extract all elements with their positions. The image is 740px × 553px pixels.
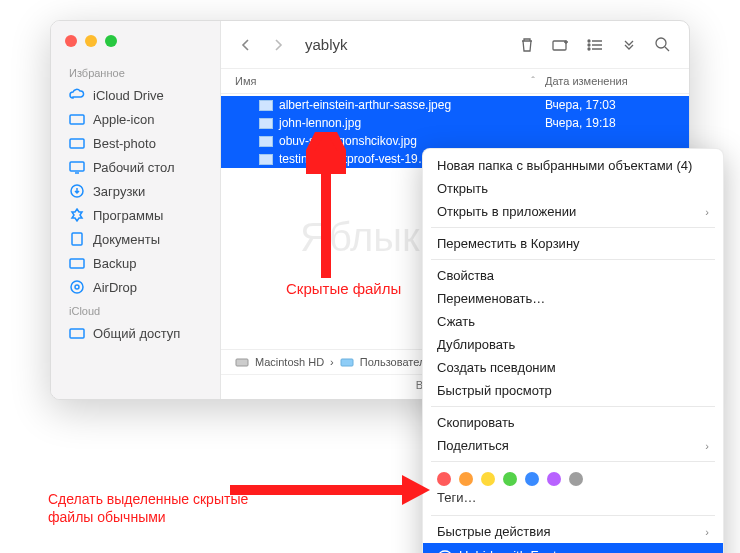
svg-rect-5	[70, 259, 84, 268]
sidebar-item-airdrop[interactable]: AirDrop	[51, 275, 220, 299]
tag-red[interactable]	[437, 472, 451, 486]
view-options-icon[interactable]	[583, 31, 607, 59]
svg-rect-14	[236, 359, 248, 366]
chevron-right-icon: ›	[705, 440, 709, 452]
image-file-icon	[259, 118, 273, 129]
sidebar-item-best-photo[interactable]: Best-photo	[51, 131, 220, 155]
svg-rect-4	[72, 233, 82, 245]
sidebar-item-applications[interactable]: Программы	[51, 203, 220, 227]
maximize-button[interactable]	[105, 35, 117, 47]
sidebar-section-icloud: iCloud	[51, 299, 220, 321]
document-icon	[69, 231, 85, 247]
svg-point-7	[75, 285, 79, 289]
menu-tags-colors	[423, 466, 723, 488]
folder-icon	[69, 111, 85, 127]
chevron-right-icon: ›	[705, 526, 709, 538]
annotation-arrow-right	[230, 475, 430, 505]
tag-green[interactable]	[503, 472, 517, 486]
tag-orange[interactable]	[459, 472, 473, 486]
sidebar-item-icloud-drive[interactable]: iCloud Drive	[51, 83, 220, 107]
svg-rect-0	[70, 115, 84, 124]
menu-separator	[431, 406, 715, 407]
menu-new-folder[interactable]: Новая папка с выбранными объектами (4)	[423, 154, 723, 177]
svg-rect-1	[70, 139, 84, 148]
eye-icon	[437, 547, 453, 553]
close-button[interactable]	[65, 35, 77, 47]
chevron-right-icon: ›	[705, 206, 709, 218]
menu-make-alias[interactable]: Создать псевдоним	[423, 356, 723, 379]
folder-icon	[340, 356, 354, 368]
menu-separator	[431, 461, 715, 462]
tag-gray[interactable]	[569, 472, 583, 486]
back-button[interactable]	[235, 34, 257, 56]
tag-purple[interactable]	[547, 472, 561, 486]
column-name[interactable]: Имяˆ	[235, 75, 545, 87]
window-title: yablyk	[305, 36, 348, 53]
menu-rename[interactable]: Переименовать…	[423, 287, 723, 310]
window-controls	[51, 31, 220, 61]
menu-open[interactable]: Открыть	[423, 177, 723, 200]
toolbar: yablyk	[221, 21, 689, 69]
image-file-icon	[259, 100, 273, 111]
menu-compress[interactable]: Сжать	[423, 310, 723, 333]
svg-rect-8	[70, 329, 84, 338]
more-icon[interactable]	[617, 31, 641, 59]
svg-point-11	[588, 44, 590, 46]
trash-icon[interactable]	[515, 31, 539, 59]
sidebar-section-favorites: Избранное	[51, 61, 220, 83]
folder-icon	[69, 255, 85, 271]
menu-get-info[interactable]: Свойства	[423, 264, 723, 287]
sort-indicator-icon: ˆ	[531, 75, 535, 87]
menu-separator	[431, 259, 715, 260]
applications-icon	[69, 207, 85, 223]
sidebar-item-desktop[interactable]: Рабочий стол	[51, 155, 220, 179]
column-headers: Имяˆ Дата изменения	[221, 69, 689, 94]
menu-share[interactable]: Поделиться›	[423, 434, 723, 457]
menu-move-to-trash[interactable]: Переместить в Корзину	[423, 232, 723, 255]
context-menu: Новая папка с выбранными объектами (4) О…	[422, 148, 724, 553]
svg-point-13	[656, 38, 666, 48]
menu-separator	[431, 515, 715, 516]
annotation-label-make-visible: Сделать выделенные скрытыефайлы обычными	[48, 490, 248, 526]
svg-point-10	[588, 40, 590, 42]
file-row[interactable]: john-lennon.jpgВчера, 19:18	[221, 114, 689, 132]
sidebar-item-apple-icon[interactable]: Apple-icon	[51, 107, 220, 131]
svg-rect-15	[341, 359, 353, 366]
minimize-button[interactable]	[85, 35, 97, 47]
image-file-icon	[259, 136, 273, 147]
airdrop-icon	[69, 279, 85, 295]
menu-open-with[interactable]: Открыть в приложении›	[423, 200, 723, 223]
forward-button[interactable]	[267, 34, 289, 56]
image-file-icon	[259, 154, 273, 165]
sidebar-item-shared[interactable]: Общий доступ	[51, 321, 220, 345]
svg-point-12	[588, 48, 590, 50]
menu-quick-actions[interactable]: Быстрые действия›	[423, 520, 723, 543]
menu-tags[interactable]: Теги…	[423, 488, 723, 511]
sidebar: Избранное iCloud Drive Apple-icon Best-p…	[51, 21, 221, 399]
download-icon	[69, 183, 85, 199]
column-date[interactable]: Дата изменения	[545, 75, 675, 87]
menu-separator	[431, 227, 715, 228]
folder-icon	[69, 325, 85, 341]
disk-icon	[235, 356, 249, 368]
annotation-label-hidden-files: Скрытые файлы	[286, 280, 401, 297]
tag-yellow[interactable]	[481, 472, 495, 486]
file-row[interactable]: albert-einstein-arthur-sasse.jpegВчера, …	[221, 96, 689, 114]
cloud-icon	[69, 87, 85, 103]
search-icon[interactable]	[651, 31, 675, 59]
tag-blue[interactable]	[525, 472, 539, 486]
svg-rect-2	[70, 162, 84, 171]
svg-rect-21	[230, 485, 405, 495]
menu-copy[interactable]: Скопировать	[423, 411, 723, 434]
sidebar-item-documents[interactable]: Документы	[51, 227, 220, 251]
menu-duplicate[interactable]: Дублировать	[423, 333, 723, 356]
new-folder-icon[interactable]	[549, 31, 573, 59]
svg-point-6	[71, 281, 83, 293]
sidebar-item-downloads[interactable]: Загрузки	[51, 179, 220, 203]
sidebar-item-backup[interactable]: Backup	[51, 251, 220, 275]
folder-icon	[69, 135, 85, 151]
menu-quick-look[interactable]: Быстрый просмотр	[423, 379, 723, 402]
menu-unhide-with-funter[interactable]: Unhide with Funter	[423, 543, 723, 553]
desktop-icon	[69, 159, 85, 175]
